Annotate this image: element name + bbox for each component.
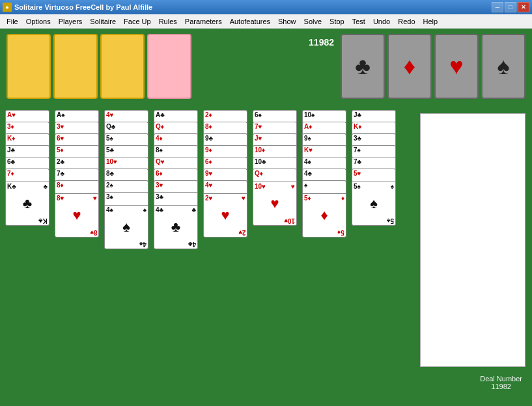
tableau-card[interactable]: 6♣ (5, 157, 49, 170)
column-3: A♣Q♦4♦8♠Q♥6♦3♥3♣4♣♣♣4♣ (154, 110, 201, 249)
tableau-card[interactable]: 3♠ (104, 192, 148, 205)
tableau-card[interactable]: 5♠♠♠5♠ (352, 182, 396, 226)
menu-bar: FileOptionsPlayersSolitaireFace UpRulesP… (0, 14, 532, 29)
tableau-card[interactable]: 2♥♥♥2♥ (203, 193, 247, 237)
tableau-card[interactable]: 2♠ (104, 180, 148, 193)
free-cell-3[interactable] (100, 34, 145, 99)
tableau-card[interactable]: 7♣ (352, 157, 396, 170)
tableau-card[interactable]: 5♥ (352, 169, 396, 182)
deal-label: Deal Number (480, 375, 522, 383)
tableau-card[interactable]: 8♦ (203, 122, 247, 135)
tableau-card[interactable]: J♥ (253, 133, 297, 146)
tableau-card[interactable]: 10♠ (302, 110, 346, 123)
tableau-card[interactable]: 5♠ (104, 133, 148, 146)
tableau-card[interactable]: 6♥ (55, 133, 99, 146)
menu-item-solitaire[interactable]: Solitaire (86, 16, 120, 27)
menu-item-help[interactable]: Help (419, 16, 442, 27)
foundation-hearts[interactable]: ♥ (434, 34, 479, 99)
tableau-card[interactable]: 3♦ (5, 122, 49, 135)
menu-item-parameters[interactable]: Parameters (181, 16, 226, 27)
tableau-card[interactable]: Q♥ (154, 157, 198, 170)
tableau-card[interactable]: 6♠ (253, 110, 297, 123)
tableau-card[interactable]: 5♦ (55, 145, 99, 158)
title-bar: ♠ Solitaire Virtuoso FreeCell by Paul Al… (0, 0, 532, 14)
tableau-card[interactable]: 4♠ (302, 157, 346, 170)
menu-item-redo[interactable]: Redo (394, 16, 419, 27)
tableau-card[interactable]: 9♦ (203, 145, 247, 158)
menu-item-test[interactable]: Test (348, 16, 369, 27)
tableau-card[interactable]: J♣ (352, 110, 396, 123)
tableau-card[interactable]: 8♠ (154, 145, 198, 158)
tableau-card[interactable]: 6♦ (154, 169, 198, 182)
tableau-card[interactable]: K♦ (5, 133, 49, 146)
free-cell-4[interactable] (147, 34, 191, 99)
tableau-card[interactable]: 7♥ (253, 122, 297, 135)
tableau-card[interactable]: A♦ (302, 122, 346, 135)
foundation-clubs[interactable]: ♣ (341, 34, 385, 99)
tableau-card[interactable]: 8♦ (55, 180, 99, 193)
tableau-card[interactable]: Q♣ (104, 122, 148, 135)
menu-item-autofeatures[interactable]: Autofeatures (226, 16, 274, 27)
tableau-card[interactable]: 5♦♦♦5♦ (302, 193, 346, 237)
menu-item-face up[interactable]: Face Up (120, 16, 155, 27)
tableau-card[interactable]: 4♥ (104, 110, 148, 123)
tableau-card[interactable]: 8♥♥♥8♥ (55, 193, 99, 237)
column-7: J♣K♦3♣7♠7♣5♥5♠♠♠5♠ (352, 110, 399, 226)
tableau-card[interactable]: 9♠ (302, 133, 346, 146)
foundation-diamonds[interactable]: ♦ (387, 34, 432, 99)
menu-item-players[interactable]: Players (55, 16, 87, 27)
menu-item-rules[interactable]: Rules (155, 16, 181, 27)
deal-info: Deal Number 11982 (480, 375, 522, 390)
tableau-card[interactable]: 7♠ (352, 145, 396, 158)
tableau-card[interactable]: 4♥ (203, 180, 247, 193)
tableau-card[interactable]: 10♥♥♥10♥ (253, 182, 297, 226)
menu-item-solve[interactable]: Solve (300, 16, 326, 27)
tableau-card[interactable]: 10♥ (104, 157, 148, 170)
tableau-card[interactable]: Q♦ (253, 169, 297, 182)
tableau-card[interactable]: 7♦ (5, 169, 49, 182)
tableau-card[interactable]: 9♣ (203, 133, 247, 146)
tableau-card[interactable]: 5♣ (104, 145, 148, 158)
free-cell-1[interactable] (7, 34, 51, 99)
tableau-card[interactable]: J♣ (5, 145, 49, 158)
score-value: 11982 (309, 37, 334, 47)
tableau-card[interactable]: K♣♣♣K♣ (5, 182, 49, 226)
menu-item-stop[interactable]: Stop (326, 16, 348, 27)
tableau-card[interactable]: 7♣ (55, 169, 99, 182)
tableau-card[interactable]: 4♠♠♠4♠ (104, 205, 148, 249)
tableau-card[interactable]: 4♦ (154, 133, 198, 146)
tableau-card[interactable]: 3♥ (154, 180, 198, 193)
tableau-card[interactable]: A♠ (55, 110, 99, 123)
tableau-card[interactable]: 2♣ (55, 157, 99, 170)
menu-item-show[interactable]: Show (274, 16, 300, 27)
deal-number: 11982 (480, 383, 522, 390)
free-cell-2[interactable] (53, 34, 98, 99)
tableau-card[interactable]: Q♦ (154, 122, 198, 135)
tableau-card[interactable]: 4♣ (302, 169, 346, 182)
tableau-card[interactable]: ♠ (302, 180, 346, 193)
menu-item-file[interactable]: File (3, 16, 22, 27)
tableau-card[interactable]: 2♦ (203, 110, 247, 123)
tableau-card[interactable]: 3♣ (352, 133, 396, 146)
foundations-area: ♣ ♦ ♥ ♠ (341, 34, 525, 99)
tableau-card[interactable]: 3♣ (154, 192, 198, 205)
tableau-card[interactable]: 3♥ (55, 122, 99, 135)
tableau-card[interactable]: 10♦ (253, 145, 297, 158)
column-1: A♠3♥6♥5♦2♣7♣8♦8♥♥♥8♥ (55, 110, 102, 237)
tableau-card[interactable]: 6♦ (203, 157, 247, 170)
tableau-card[interactable]: A♥ (5, 110, 49, 123)
menu-item-undo[interactable]: Undo (369, 16, 394, 27)
menu-item-options[interactable]: Options (22, 16, 55, 27)
foundation-spades[interactable]: ♠ (481, 34, 525, 99)
close-button[interactable]: ✕ (518, 2, 529, 12)
tableau-card[interactable]: K♦ (352, 122, 396, 135)
tableau-card[interactable]: A♣ (154, 110, 198, 123)
tableau-card[interactable]: 4♣♣♣4♣ (154, 205, 198, 249)
tableau-card[interactable]: 10♣ (253, 157, 297, 170)
minimize-button[interactable]: ─ (492, 2, 503, 12)
tableau-card[interactable]: 9♥ (203, 169, 247, 182)
game-area: 11982 ♣ ♦ ♥ ♠ A♥3♦K♦J♣6♣7♦K♣♣♣K♣A♠3♥6♥5♦… (0, 29, 532, 406)
tableau-card[interactable]: K♥ (302, 145, 346, 158)
tableau-card[interactable]: 8♣ (104, 169, 148, 182)
maximize-button[interactable]: □ (505, 2, 516, 12)
